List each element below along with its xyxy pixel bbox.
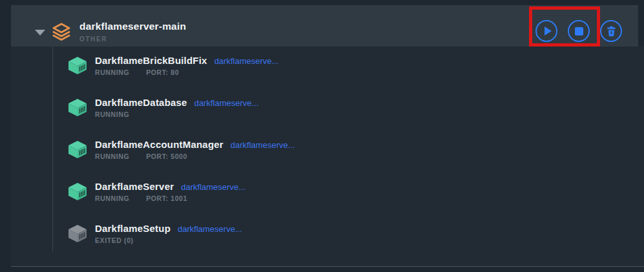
delete-button[interactable] bbox=[600, 20, 622, 42]
container-row[interactable]: DarkflameBrickBuildFix darkflameserve...… bbox=[68, 55, 278, 85]
container-status: RUNNING bbox=[95, 152, 129, 160]
container-row[interactable]: DarkflameDatabase darkflameserve... RUNN… bbox=[68, 97, 258, 127]
container-name: DarkflameDatabase bbox=[95, 97, 187, 108]
container-icon bbox=[68, 225, 87, 242]
container-image-link[interactable]: darkflameserve... bbox=[178, 224, 242, 234]
group-type-label: OTHER bbox=[79, 36, 186, 43]
container-icon bbox=[68, 183, 87, 200]
container-row[interactable]: DarkflameServer darkflameserve... RUNNIN… bbox=[68, 181, 245, 211]
container-row[interactable]: DarkflameSetup darkflameserve... EXITED … bbox=[68, 223, 242, 253]
group-header[interactable]: darkflameserver-main OTHER bbox=[11, 5, 638, 47]
container-port: PORT: 1001 bbox=[146, 194, 187, 202]
group-title: darkflameserver-main bbox=[79, 21, 186, 32]
stop-icon bbox=[575, 27, 583, 36]
chevron-down-icon[interactable] bbox=[35, 30, 45, 36]
container-name: DarkflameSetup bbox=[95, 223, 171, 234]
container-name: DarkflameBrickBuildFix bbox=[95, 55, 207, 66]
container-image-link[interactable]: darkflameserve... bbox=[231, 140, 295, 150]
container-status: RUNNING bbox=[95, 68, 129, 76]
container-image-link[interactable]: darkflameserve... bbox=[181, 182, 245, 192]
container-status: EXITED (0) bbox=[95, 236, 134, 244]
container-icon bbox=[68, 99, 87, 116]
container-port: PORT: 5000 bbox=[146, 152, 187, 160]
group-actions bbox=[535, 20, 622, 42]
container-icon bbox=[68, 57, 87, 74]
container-name: DarkflameAccountManager bbox=[95, 139, 223, 150]
container-status: RUNNING bbox=[95, 110, 129, 118]
container-image-link[interactable]: darkflameserve... bbox=[214, 56, 279, 66]
stop-button[interactable] bbox=[568, 20, 590, 42]
container-port: PORT: 80 bbox=[146, 68, 179, 76]
container-icon bbox=[68, 141, 87, 158]
play-icon bbox=[545, 26, 552, 36]
container-status: RUNNING bbox=[95, 194, 129, 202]
trash-icon bbox=[605, 25, 618, 37]
container-row[interactable]: DarkflameAccountManager darkflameserve..… bbox=[68, 139, 295, 169]
container-image-link[interactable]: darkflameserve... bbox=[194, 98, 259, 108]
start-button[interactable] bbox=[535, 20, 557, 42]
container-list-panel: DarkflameBrickBuildFix darkflameserve...… bbox=[11, 47, 644, 267]
stack-layers-icon bbox=[51, 21, 72, 42]
tree-guide-line bbox=[52, 47, 53, 252]
container-name: DarkflameServer bbox=[95, 181, 174, 192]
